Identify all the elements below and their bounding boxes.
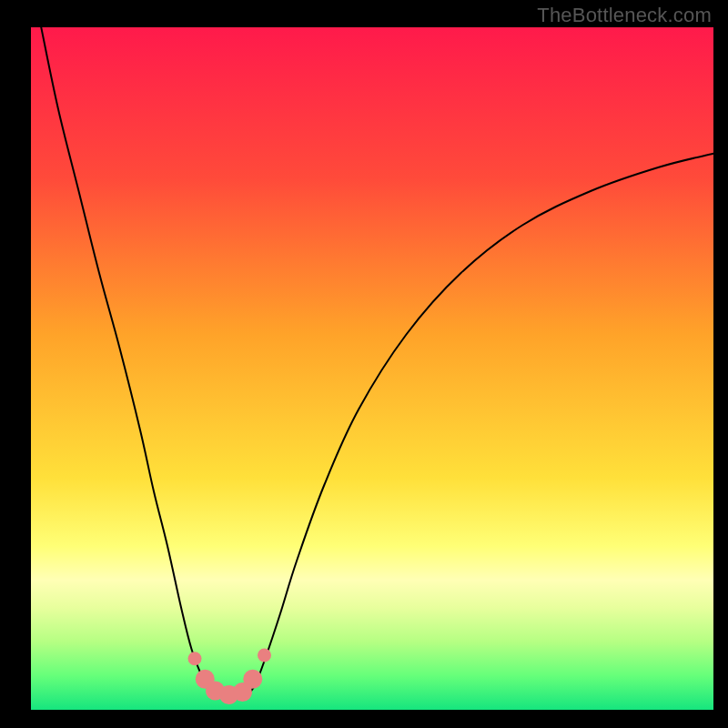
valley-marker: [258, 649, 271, 662]
series-left-branch: [41, 27, 215, 695]
chart-frame: TheBottleneck.com: [0, 0, 728, 728]
watermark-text: TheBottleneck.com: [537, 4, 712, 27]
plot-area: [31, 27, 713, 710]
curve-layer: [31, 27, 713, 710]
series-right-branch: [249, 154, 713, 693]
valley-marker: [188, 652, 202, 665]
valley-marker: [243, 670, 262, 689]
